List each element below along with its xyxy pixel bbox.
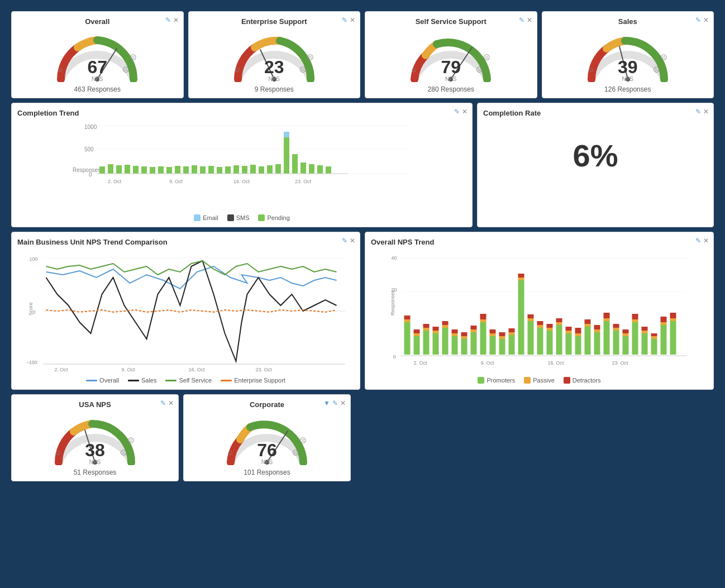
svg-rect-100: [461, 332, 468, 336]
nps-comparison-card: Main Business Unit NPS Trend Comparison …: [11, 232, 360, 390]
overall-title: Overall: [85, 17, 109, 26]
svg-text:9. Oct: 9. Oct: [122, 367, 136, 372]
usa-nps-close-icon[interactable]: ✕: [168, 399, 174, 407]
completion-row: Completion Trend ✎ ✕ 1000 500 0 Response…: [11, 103, 714, 227]
corporate-nps-value: 76: [257, 441, 277, 459]
svg-rect-80: [404, 322, 411, 355]
nps-comparison-icons: ✎ ✕: [342, 237, 355, 245]
svg-rect-81: [404, 319, 411, 322]
svg-rect-146: [613, 331, 619, 355]
sales-card-icons: ✎ ✕: [695, 16, 709, 24]
svg-text:0: 0: [393, 354, 396, 360]
legend-overall-color: [86, 380, 97, 381]
self-service-gauge-center: 79 NPS: [441, 58, 461, 82]
svg-rect-133: [566, 327, 572, 331]
self-service-edit-icon[interactable]: ✎: [519, 16, 524, 24]
svg-rect-47: [267, 165, 273, 174]
legend-sms-label: SMS: [236, 214, 250, 221]
svg-text:☺: ☺: [55, 449, 61, 457]
svg-text:☹: ☹: [122, 66, 130, 74]
svg-text:☹: ☹: [299, 66, 307, 74]
svg-text:☺: ☺: [227, 449, 233, 457]
svg-text:23. Oct: 23. Oct: [612, 360, 629, 366]
svg-rect-113: [509, 335, 515, 355]
legend-sales-label: Sales: [141, 377, 157, 384]
self-service-card-icons: ✎ ✕: [519, 16, 532, 24]
completion-trend-close-icon[interactable]: ✕: [462, 108, 468, 116]
svg-rect-98: [461, 339, 468, 355]
sales-edit-icon[interactable]: ✎: [695, 16, 701, 24]
svg-rect-86: [423, 331, 430, 355]
svg-text:☹: ☹: [120, 449, 127, 457]
enterprise-close-icon[interactable]: ✕: [350, 16, 355, 24]
overall-nps-trend-legend: Promoters Passive Detractors: [371, 377, 708, 384]
usa-nps-value: 38: [85, 441, 105, 459]
svg-text:16. Oct: 16. Oct: [233, 179, 250, 184]
usa-nps-gauge: ☺ ☹ ☹ 38 NPS: [50, 415, 140, 465]
svg-text:2. Oct: 2. Oct: [108, 179, 122, 184]
svg-rect-120: [528, 318, 534, 321]
svg-rect-108: [490, 333, 496, 336]
svg-rect-43: [233, 165, 239, 174]
svg-text:9. Oct: 9. Oct: [481, 360, 495, 366]
corporate-edit-icon[interactable]: ✎: [332, 399, 338, 407]
svg-text:23. Oct: 23. Oct: [256, 367, 273, 372]
svg-rect-149: [623, 336, 629, 355]
svg-rect-148: [613, 324, 619, 328]
completion-rate-close-icon[interactable]: ✕: [703, 108, 709, 116]
nps-comparison-legend: Overall Sales Self Service Enterprise Su…: [17, 377, 354, 384]
svg-rect-48: [275, 164, 281, 174]
overall-edit-icon[interactable]: ✎: [165, 16, 171, 24]
legend-email-label: Email: [203, 214, 218, 221]
usa-nps-edit-icon[interactable]: ✎: [160, 399, 166, 407]
svg-rect-163: [661, 317, 667, 322]
enterprise-edit-icon[interactable]: ✎: [342, 16, 347, 24]
enterprise-title: Enterprise Support: [241, 17, 307, 26]
usa-nps-responses: 51 Responses: [74, 469, 117, 476]
completion-rate-card: Completion Rate ✎ ✕ 6%: [477, 103, 714, 227]
usa-nps-gauge-center: 38 NPS: [85, 441, 105, 465]
svg-rect-46: [259, 166, 264, 174]
svg-rect-129: [556, 322, 562, 325]
legend-overall: Overall: [86, 377, 119, 384]
svg-text:16. Oct: 16. Oct: [189, 367, 206, 372]
svg-text:☹: ☹: [476, 66, 483, 74]
svg-rect-101: [471, 332, 477, 355]
nps-comparison-close-icon[interactable]: ✕: [350, 237, 355, 245]
svg-rect-131: [566, 333, 572, 355]
svg-rect-49: [284, 137, 289, 174]
svg-rect-30: [125, 165, 130, 174]
completion-trend-icons: ✎ ✕: [454, 108, 468, 116]
svg-text:☹: ☹: [483, 54, 490, 61]
svg-rect-45: [250, 165, 256, 174]
overall-nps-trend-close-icon[interactable]: ✕: [703, 237, 709, 245]
nps-comparison-chart: 100 0 −100 Score: [17, 250, 354, 375]
corporate-filter-icon[interactable]: ▼: [323, 399, 330, 407]
overall-nps-trend-edit-icon[interactable]: ✎: [695, 237, 701, 245]
svg-rect-126: [547, 328, 553, 331]
svg-rect-102: [471, 329, 477, 332]
overall-nps-trend-card: Overall NPS Trend ✎ ✕ 40 20 0 Responses: [365, 232, 714, 390]
sales-nps-value: 39: [618, 58, 638, 76]
legend-email-color: [194, 214, 201, 221]
sales-close-icon[interactable]: ✕: [703, 16, 709, 24]
svg-rect-54: [317, 165, 323, 174]
svg-rect-141: [594, 329, 600, 332]
nps-comparison-edit-icon[interactable]: ✎: [342, 237, 347, 245]
completion-trend-edit-icon[interactable]: ✎: [454, 108, 460, 116]
overall-close-icon[interactable]: ✕: [173, 16, 179, 24]
corporate-close-icon[interactable]: ✕: [340, 399, 346, 407]
svg-rect-83: [414, 336, 420, 355]
svg-rect-99: [461, 336, 468, 339]
completion-trend-card: Completion Trend ✎ ✕ 1000 500 0 Response…: [11, 103, 473, 227]
completion-rate-edit-icon[interactable]: ✎: [695, 108, 701, 116]
completion-rate-title: Completion Rate: [483, 109, 708, 117]
self-service-close-icon[interactable]: ✕: [527, 16, 532, 24]
completion-trend-title: Completion Trend: [17, 109, 466, 117]
svg-rect-85: [414, 329, 420, 333]
svg-rect-123: [537, 325, 543, 328]
legend-detractors: Detractors: [564, 377, 601, 384]
svg-rect-93: [442, 325, 449, 328]
overall-nps-trend-title: Overall NPS Trend: [371, 238, 708, 246]
svg-text:☹: ☹: [130, 54, 137, 61]
